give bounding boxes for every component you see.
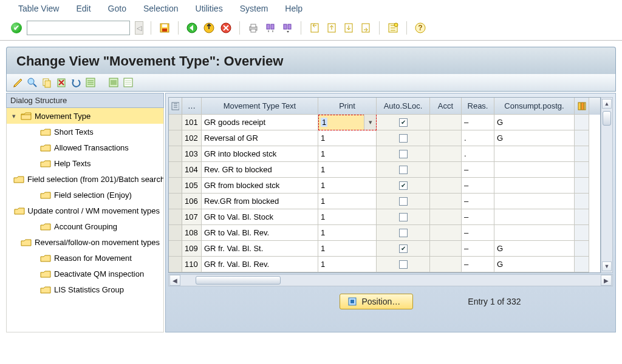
col-acct[interactable]: Acct [430,98,462,115]
cell-consumpt[interactable]: G [494,257,575,272]
cell-consumpt[interactable] [494,162,575,178]
f4-help-icon[interactable]: ▾ [364,115,376,130]
cell-reas[interactable]: – [462,178,494,194]
cell-auto-sloc[interactable]: ✔ [377,241,430,257]
cell-reas[interactable]: – [462,209,494,225]
menu-table-view[interactable]: Table View [18,4,59,13]
tree-root-movement-type[interactable]: ▾ Movement Type [7,108,163,124]
menu-goto[interactable]: Goto [108,4,126,13]
tree-item[interactable]: Field selection (from 201)/Batch search … [7,171,163,187]
tree-item[interactable]: Reason for Movement [7,250,163,266]
cell-reas[interactable]: – [462,241,494,257]
cell-acct[interactable] [430,225,462,241]
help-icon[interactable]: ? [414,22,426,34]
cell-consumpt[interactable] [494,209,575,225]
tree-item[interactable]: Allowed Transactions [7,140,163,155]
checkbox[interactable] [399,213,408,221]
copy-icon[interactable] [41,76,53,89]
cancel-icon[interactable] [220,22,232,34]
cell-print[interactable]: 1 [318,209,377,225]
col-print[interactable]: Print [318,98,377,115]
scroll-up-icon[interactable]: ▲ [602,99,612,109]
first-page-icon[interactable] [309,22,321,34]
cell-consumpt[interactable]: G [494,130,575,146]
tree-item[interactable]: Field selection (Enjoy) [7,187,163,203]
cell-auto-sloc[interactable] [377,257,430,272]
cell-auto-sloc[interactable] [377,162,430,178]
grid-vertical-scrollbar[interactable]: ▲ ▼ [601,97,613,273]
row-selector[interactable] [169,194,182,209]
cell-auto-sloc[interactable]: ✔ [377,178,430,194]
cell-consumpt[interactable]: G [494,115,575,130]
row-selector[interactable] [169,115,182,130]
select-all-icon[interactable] [84,76,97,89]
cell-print[interactable]: 1 [318,130,377,146]
select-block-icon[interactable] [108,76,120,89]
checkbox[interactable] [399,166,408,174]
menu-help[interactable]: Help [285,4,302,13]
enter-icon[interactable]: ✔ [11,22,22,33]
cell-reas[interactable]: – [462,257,494,272]
undo-icon[interactable] [70,76,82,89]
scroll-thumb[interactable] [603,111,611,126]
tree-item[interactable]: Deactivate QM inspection [7,266,163,281]
prev-page-icon[interactable] [326,22,338,34]
checkbox[interactable] [399,229,408,237]
grid-corner-select-all-icon[interactable] [169,98,182,115]
tree-item[interactable]: Help Texts [7,155,163,171]
cell-reas[interactable]: – [462,194,494,209]
tree-item[interactable]: Account Grouping [7,218,163,234]
menu-system[interactable]: System [240,4,268,13]
cell-reas[interactable]: – [462,225,494,241]
cell-print[interactable]: 1 [318,225,377,241]
cell-consumpt[interactable] [494,194,575,209]
row-selector[interactable] [169,130,182,146]
collapse-arrow-icon[interactable]: ▾ [10,112,18,120]
tree-item[interactable]: Reversal/follow-on movement types [7,234,163,250]
row-selector[interactable] [169,178,182,194]
column-config-icon[interactable] [575,98,589,115]
tree-item[interactable]: Update control / WM movement types [7,203,163,218]
checkbox[interactable] [399,197,408,206]
tree-item[interactable]: LIS Statistics Group [7,281,163,297]
delete-icon[interactable] [55,76,67,89]
cell-consumpt[interactable] [494,178,575,194]
cell-acct[interactable] [430,209,462,225]
col-auto-sloc[interactable]: Auto.SLoc. [377,98,430,115]
row-selector[interactable] [169,225,182,241]
change-icon[interactable] [12,76,24,89]
cell-acct[interactable] [430,146,462,162]
checkbox[interactable] [399,150,408,158]
checkbox[interactable] [399,260,408,269]
menu-selection[interactable]: Selection [143,4,179,13]
grid-horizontal-scrollbar[interactable]: ◀ ▶ [168,274,613,286]
checkbox[interactable]: ✔ [399,118,408,127]
row-selector[interactable] [169,162,182,178]
checkbox[interactable] [399,134,408,143]
scroll-right-icon[interactable]: ▶ [601,275,612,286]
row-selector[interactable] [169,257,182,272]
cell-print[interactable]: 1▾ [318,115,377,130]
cell-print[interactable]: 1 [318,194,377,209]
scroll-down-icon[interactable]: ▼ [602,261,612,271]
cell-consumpt[interactable]: G [494,241,575,257]
cell-consumpt[interactable] [494,146,575,162]
new-session-icon[interactable] [387,22,399,34]
tree-item[interactable]: Short Texts [7,124,163,140]
cell-auto-sloc[interactable] [377,130,430,146]
row-selector[interactable] [169,146,182,162]
cell-auto-sloc[interactable] [377,209,430,225]
deselect-all-icon[interactable] [122,76,134,89]
find-icon[interactable] [264,22,276,34]
find-next-icon[interactable] [281,22,293,34]
back-icon[interactable] [186,22,198,34]
checkbox[interactable]: ✔ [399,181,408,190]
col-id[interactable]: … [182,98,202,115]
print-icon[interactable] [247,22,259,34]
save-icon[interactable] [159,22,171,34]
details-icon[interactable] [26,76,38,89]
cell-print[interactable]: 1 [318,241,377,257]
cell-auto-sloc[interactable] [377,146,430,162]
cell-auto-sloc[interactable] [377,225,430,241]
row-selector[interactable] [169,209,182,225]
